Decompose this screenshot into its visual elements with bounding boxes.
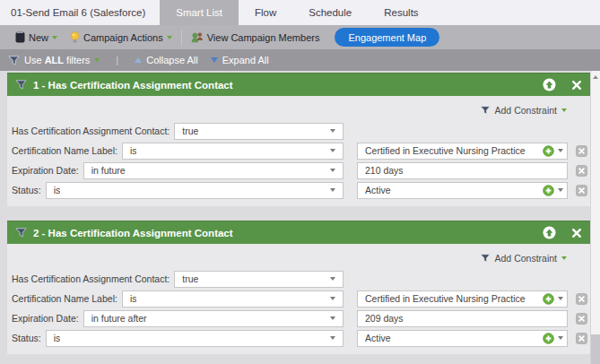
- chevron-down-icon: [330, 277, 335, 281]
- tab-results[interactable]: Results: [368, 0, 434, 25]
- chevron-down-icon: [561, 108, 567, 112]
- close-icon: [571, 228, 582, 238]
- scrollbar-up-button[interactable]: [591, 71, 600, 82]
- delete-row-icon[interactable]: [576, 145, 587, 157]
- funnel-icon: [480, 253, 491, 264]
- new-button[interactable]: New: [9, 25, 64, 49]
- tab-schedule[interactable]: Schedule: [292, 0, 368, 25]
- chevron-down-icon: [52, 36, 57, 39]
- use-all-filters-dropdown[interactable]: Use ALL filters: [8, 55, 100, 66]
- engagement-map-button[interactable]: Engagement Map: [335, 28, 439, 47]
- value-input[interactable]: 209 days: [357, 310, 568, 327]
- vertical-scrollbar[interactable]: [590, 71, 600, 364]
- operator-select[interactable]: is: [122, 143, 343, 160]
- filter-row-label: Status:: [12, 185, 41, 195]
- filter-row: Expiration Date: in future after 209 day…: [7, 308, 590, 328]
- add-constraint-button[interactable]: Add Constraint: [495, 105, 557, 116]
- chevron-down-icon[interactable]: [558, 149, 563, 152]
- delete-row-icon[interactable]: [576, 185, 587, 196]
- value-slot: 209 days: [357, 310, 568, 327]
- filterbar-divider: |: [116, 55, 118, 65]
- value-text: Certified in Executive Nursing Practice: [365, 145, 539, 156]
- delete-row-icon[interactable]: [576, 333, 587, 344]
- campaign-actions-button[interactable]: Campaign Actions: [64, 25, 178, 49]
- chevron-down-icon: [330, 149, 335, 152]
- chevron-down-icon: [330, 188, 335, 192]
- campaign-actions-label: Campaign Actions: [83, 32, 163, 43]
- delete-slot: [576, 293, 588, 305]
- delete-slot: [576, 313, 588, 325]
- chevron-down-icon: [330, 336, 335, 340]
- delete-slot: [576, 333, 588, 344]
- value-input[interactable]: Certified in Executive Nursing Practice: [357, 290, 568, 308]
- delete-slot: [576, 145, 588, 157]
- expand-all-label: Expand All: [222, 55, 269, 65]
- filter-row: Certification Name Label: is Certified i…: [7, 141, 590, 160]
- add-constraint-row: Add Constraint: [7, 247, 590, 269]
- delete-slot: [576, 126, 588, 137]
- collapse-all-button[interactable]: Collapse All: [135, 55, 197, 65]
- filter-rows: Has Certification Assignment Contact: tr…: [7, 269, 590, 348]
- delete-row-icon[interactable]: [576, 165, 587, 177]
- filter-card-header[interactable]: 1 - Has Certification Assignment Contact: [7, 73, 590, 96]
- chevron-down-icon: [561, 256, 567, 260]
- value-input[interactable]: Certified in Executive Nursing Practice: [357, 143, 568, 160]
- delete-slot: [576, 165, 588, 177]
- value-input[interactable]: Active: [357, 182, 568, 199]
- funnel-icon: [8, 55, 20, 66]
- filter-row-label: Expiration Date:: [12, 313, 79, 324]
- chevron-down-icon: [167, 36, 172, 39]
- value-slot: Active: [357, 182, 568, 199]
- chevron-down-icon[interactable]: [558, 297, 563, 300]
- view-campaign-members-label: View Campaign Members: [207, 32, 320, 43]
- add-value-icon[interactable]: [543, 145, 554, 157]
- chevron-down-icon[interactable]: [558, 336, 563, 340]
- operator-select[interactable]: in future: [83, 162, 343, 179]
- collapse-icon: [135, 57, 142, 63]
- filter-row: Has Certification Assignment Contact: tr…: [7, 269, 590, 289]
- funnel-icon: [15, 79, 27, 91]
- operator-select[interactable]: in future after: [83, 310, 343, 327]
- value-slot: [357, 123, 568, 140]
- value-slot: Certified in Executive Nursing Practice: [357, 143, 568, 160]
- add-value-icon[interactable]: [543, 333, 554, 344]
- operator-value: in future after: [91, 313, 147, 324]
- close-card-icon[interactable]: [571, 80, 582, 91]
- campaign-title: 01-Send Email 6 (Salesforce): [0, 0, 160, 25]
- tab-flow[interactable]: Flow: [239, 0, 292, 25]
- collapse-card-button[interactable]: [543, 78, 556, 91]
- operator-value: true: [182, 273, 198, 284]
- operator-select[interactable]: true: [174, 271, 343, 288]
- delete-row-icon[interactable]: [576, 293, 587, 305]
- filter-card: 1 - Has Certification Assignment Contact…: [7, 73, 590, 206]
- chevron-down-icon: [330, 297, 335, 300]
- value-input[interactable]: 210 days: [357, 162, 568, 179]
- operator-select[interactable]: is: [46, 330, 343, 347]
- value-input[interactable]: Active: [357, 330, 568, 347]
- value-text: Active: [365, 333, 539, 343]
- filter-card: 2 - Has Certification Assignment Contact…: [7, 221, 590, 354]
- circle-up-arrow-icon: [543, 78, 556, 91]
- circle-up-arrow-icon: [543, 226, 556, 239]
- delete-row-icon[interactable]: [576, 313, 587, 325]
- operator-select[interactable]: true: [174, 123, 343, 140]
- filter-row-label: Certification Name Label:: [12, 293, 117, 304]
- filter-card-header[interactable]: 2 - Has Certification Assignment Contact: [7, 221, 590, 244]
- add-value-icon[interactable]: [543, 185, 554, 196]
- expand-all-button[interactable]: Expand All: [211, 55, 269, 65]
- add-constraint-button[interactable]: Add Constraint: [495, 253, 557, 264]
- close-card-icon[interactable]: [571, 228, 582, 238]
- collapse-card-button[interactable]: [543, 226, 556, 239]
- operator-value: is: [130, 293, 137, 304]
- operator-select[interactable]: is: [46, 182, 343, 199]
- operator-select[interactable]: is: [122, 290, 343, 308]
- add-value-icon[interactable]: [543, 293, 554, 305]
- tab-smart-list[interactable]: Smart List: [160, 0, 239, 25]
- filter-card-title: 2 - Has Certification Assignment Contact: [33, 228, 536, 238]
- view-campaign-members-button[interactable]: View Campaign Members: [185, 25, 326, 49]
- filter-row: Certification Name Label: is Certified i…: [7, 289, 590, 308]
- funnel-icon: [15, 227, 27, 238]
- chevron-down-icon[interactable]: [558, 188, 563, 192]
- funnel-icon: [480, 105, 491, 116]
- scrollbar-thumb[interactable]: [591, 334, 600, 364]
